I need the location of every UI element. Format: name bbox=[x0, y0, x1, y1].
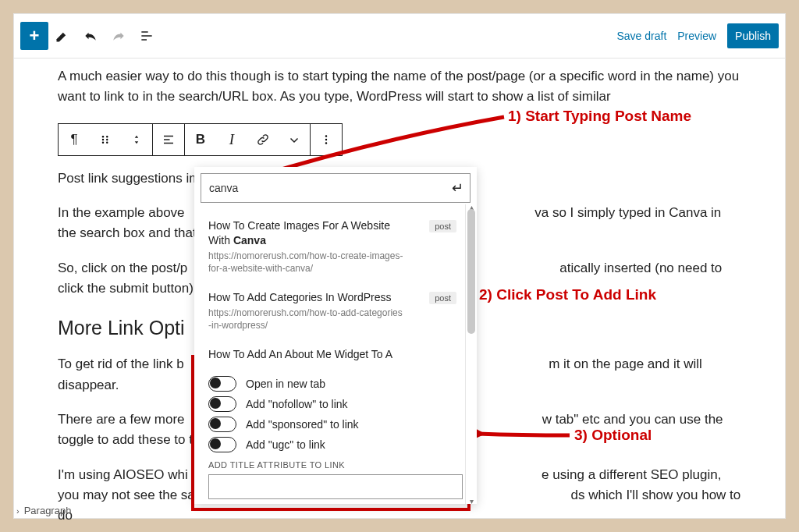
result-url: https://nomorerush.com/how-to-create-ima… bbox=[208, 250, 403, 275]
link-result-item[interactable]: post How To Add Categories In WordPress … bbox=[208, 281, 456, 338]
result-title: How To Add An About Me Widget To A bbox=[208, 348, 392, 360]
scroll-thumb[interactable] bbox=[467, 209, 475, 334]
more-rich-text-button[interactable] bbox=[279, 124, 310, 155]
svg-point-5 bbox=[106, 141, 108, 143]
svg-point-6 bbox=[325, 135, 327, 137]
link-options: Open in new tab Add "nofollow" to link A… bbox=[194, 364, 477, 504]
italic-button[interactable]: I bbox=[216, 124, 247, 155]
link-result-item[interactable]: How To Add An About Me Widget To A bbox=[208, 338, 456, 362]
toggle-open-new-tab[interactable]: Open in new tab bbox=[208, 376, 463, 392]
breadcrumb-label: Paragraph bbox=[24, 505, 72, 516]
block-options-button[interactable] bbox=[311, 124, 342, 155]
save-draft-button[interactable]: Save draft bbox=[616, 30, 666, 42]
preview-button[interactable]: Preview bbox=[677, 30, 716, 42]
publish-button[interactable]: Publish bbox=[727, 23, 779, 48]
edit-mode-button[interactable] bbox=[48, 22, 76, 50]
title-attr-label: ADD TITLE ATTRIBUTE TO LINK bbox=[208, 460, 463, 470]
bold-button[interactable]: B bbox=[185, 124, 216, 155]
svg-point-0 bbox=[102, 136, 104, 137]
editor-topbar: + Save draft Preview Publish bbox=[14, 14, 785, 59]
editor-frame: + Save draft Preview Publish A much easi… bbox=[13, 13, 786, 519]
svg-point-3 bbox=[106, 136, 108, 137]
link-results: post How To Create Images For A Website … bbox=[194, 209, 466, 362]
toggle-label: Open in new tab bbox=[246, 378, 325, 390]
align-button[interactable] bbox=[153, 124, 184, 155]
toggle-label: Add "ugc" to link bbox=[246, 438, 325, 451]
toggle-ugc[interactable]: Add "ugc" to link bbox=[208, 437, 463, 452]
add-block-button[interactable]: + bbox=[20, 22, 48, 50]
toggle-label: Add "sponsored" to link bbox=[246, 418, 359, 431]
svg-point-8 bbox=[325, 142, 327, 144]
paragraph-text[interactable]: A much easier way to do this though is t… bbox=[58, 66, 741, 108]
link-popover: ↵ post How To Create Images For A Websit… bbox=[194, 167, 477, 504]
submit-link-icon[interactable]: ↵ bbox=[452, 179, 463, 197]
block-toolbar: ¶ B I bbox=[58, 123, 343, 156]
title-attr-input[interactable] bbox=[208, 474, 463, 499]
redo-button[interactable] bbox=[105, 22, 133, 50]
result-url: https://nomorerush.com/how-to-add-catego… bbox=[208, 307, 403, 332]
toggle-nofollow[interactable]: Add "nofollow" to link bbox=[208, 396, 463, 412]
svg-point-4 bbox=[106, 138, 108, 140]
scroll-down-icon: ▾ bbox=[466, 497, 477, 505]
svg-point-1 bbox=[102, 138, 104, 140]
block-breadcrumb[interactable]: › Paragraph bbox=[16, 505, 71, 516]
drag-handle[interactable] bbox=[90, 124, 121, 155]
block-type-button[interactable]: ¶ bbox=[59, 124, 90, 155]
link-result-item[interactable]: post How To Create Images For A Website … bbox=[208, 209, 456, 281]
link-search-input[interactable] bbox=[208, 181, 452, 195]
svg-point-2 bbox=[102, 141, 104, 143]
chevron-right-icon: › bbox=[16, 506, 20, 516]
result-title: How To Add Categories In WordPress bbox=[208, 291, 392, 303]
details-button[interactable] bbox=[133, 22, 161, 50]
result-title-match: Canva bbox=[233, 234, 266, 246]
result-type-badge: post bbox=[429, 292, 456, 304]
result-type-badge: post bbox=[429, 220, 456, 232]
toggle-label: Add "nofollow" to link bbox=[246, 398, 348, 410]
svg-point-7 bbox=[325, 138, 327, 140]
undo-button[interactable] bbox=[76, 22, 105, 50]
link-search-field[interactable]: ↵ bbox=[201, 173, 471, 203]
toggle-sponsored[interactable]: Add "sponsored" to link bbox=[208, 417, 463, 432]
popover-scrollbar[interactable]: ▴ ▾ bbox=[465, 204, 477, 504]
link-button[interactable] bbox=[247, 124, 279, 155]
move-buttons[interactable] bbox=[121, 124, 152, 155]
